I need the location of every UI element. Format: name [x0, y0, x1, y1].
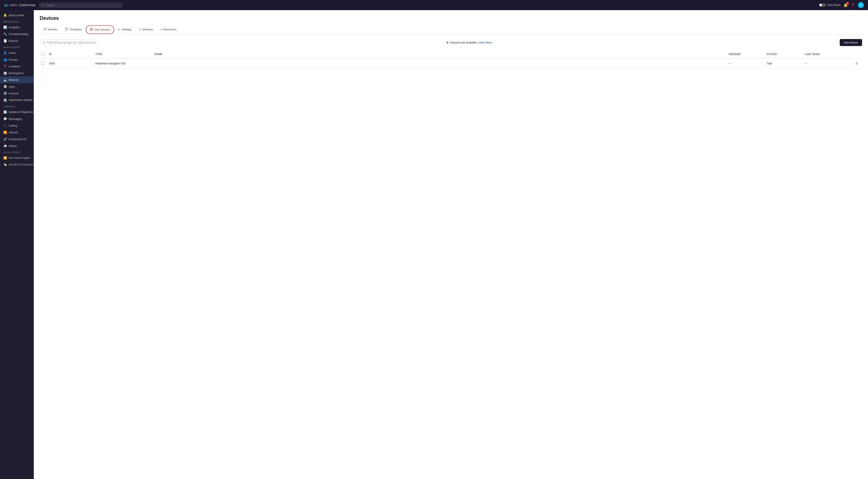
sidebar-section-services: SERVICES	[0, 103, 34, 109]
sidebar-item-label: Locations	[9, 65, 21, 68]
theme-toggle[interactable]: Dark theme	[819, 3, 841, 7]
connected-uc-icon: 🔗	[3, 137, 7, 141]
dark-theme-switch[interactable]	[819, 3, 826, 7]
messaging-icon: 💬	[3, 117, 7, 121]
user-avatar[interactable]: X	[858, 2, 864, 8]
calling-icon: 📞	[3, 124, 7, 127]
row-delete-col: 🗑	[854, 61, 862, 66]
tab-templates-label: Templates	[69, 28, 82, 31]
tab-software[interactable]: ≡ Software	[135, 25, 157, 34]
svg-rect-2	[90, 28, 91, 29]
sidebar-item-analytics[interactable]: 📊 Analytics	[0, 24, 34, 31]
sidebar-item-troubleshooting[interactable]: 🔧 Troubleshooting	[0, 31, 34, 37]
header-status: Status	[765, 52, 803, 57]
app-name: webex	[9, 3, 18, 7]
tab-resources[interactable]: ≡ Resources	[157, 25, 180, 34]
troubleshooting-icon: 🔧	[3, 32, 7, 36]
sidebar-item-label: Troubleshooting	[9, 32, 28, 36]
svg-rect-1	[44, 28, 46, 30]
row-checkbox[interactable]	[41, 62, 44, 65]
sidebar-item-hybrid[interactable]: ☁️ Hybrid	[0, 142, 34, 149]
sidebar-item-label: Reports	[9, 39, 19, 42]
header-last-seen: Last seen	[803, 52, 854, 57]
sidebar-section-monitoring: MONITORING	[0, 19, 34, 24]
svg-rect-5	[92, 30, 92, 30]
sidebar-item-vidcast[interactable]: ▶️ Vidcast	[0, 129, 34, 136]
tab-resources-label: Resources	[163, 28, 177, 31]
workspaces-icon: 🏢	[3, 71, 7, 75]
search-icon	[43, 41, 45, 44]
sidebar-item-calling[interactable]: 📞 Calling	[0, 122, 34, 129]
table-row[interactable]: KIR1 RealWear Navigator 520 -- Trial -- …	[40, 59, 862, 68]
sidebar-item-label: Calling	[9, 124, 17, 127]
sidebar-item-label: Users	[9, 51, 16, 55]
sidebar-item-label: Apps	[9, 85, 15, 88]
header-id: ID	[47, 52, 94, 57]
sidebar-item-connected-uc[interactable]: 🔗 Connected UC	[0, 136, 34, 142]
sidebar-item-edit-feature-toggles[interactable]: 🔀 Edit Feature Toggles	[0, 155, 34, 161]
sidebar-item-label: Groups	[9, 58, 18, 61]
header-type: Type	[94, 52, 153, 57]
add-device-button[interactable]: Add Device	[840, 39, 862, 46]
licence-count: 4	[447, 41, 448, 44]
account-icon: ⚙️	[3, 92, 7, 95]
sidebar-item-locations[interactable]: 📍 Locations	[0, 63, 34, 70]
templates-tab-icon	[65, 28, 68, 31]
sidebar-item-updates-migrations[interactable]: 🔄 Updates & Migrations	[0, 109, 34, 116]
table-header: ID Type Name Version Status Last seen	[40, 50, 862, 59]
sidebar-item-apps[interactable]: 🔲 Apps	[0, 83, 34, 90]
row-id: KIR1	[47, 61, 94, 66]
search-input[interactable]	[46, 4, 120, 7]
search-icon	[41, 4, 44, 6]
sidebar-item-users[interactable]: 👤 Users	[0, 50, 34, 56]
tab-software-label: Software	[142, 28, 153, 31]
device-search-input[interactable]	[47, 41, 96, 44]
top-nav-right: Dark theme 🔔 1 ❓ X	[819, 2, 864, 8]
sidebar-item-label: Hybrid	[9, 144, 17, 148]
header-checkbox-col	[40, 52, 47, 57]
sidebar-item-account[interactable]: ⚙️ Account	[0, 90, 34, 97]
tab-devices[interactable]: Devices	[40, 25, 61, 34]
apps-icon: 🔲	[3, 85, 7, 88]
updates-icon: 🔄	[3, 110, 7, 114]
sidebar-section-management: MANAGEMENT	[0, 44, 34, 50]
tab-settings-label: Settings	[122, 28, 131, 31]
tab-settings[interactable]: ✂ Settings	[114, 25, 135, 34]
logo: w webex Control Hub	[4, 3, 35, 8]
search-bar[interactable]	[39, 2, 123, 8]
product-name: Control Hub	[20, 3, 35, 7]
sidebar-item-label: Edit Feature Toggles	[9, 157, 30, 159]
sidebar-item-xod-org[interactable]: 🏷️ XoD-INT-US-Trial-Test-Org	[0, 161, 34, 168]
sidebar-item-label: Alerts centre	[9, 14, 24, 17]
device-search-box[interactable]	[40, 39, 99, 45]
sidebar-item-messaging[interactable]: 💬 Messaging	[0, 116, 34, 122]
tab-xod-devices[interactable]: XOD devices	[86, 25, 115, 34]
main-content: Devices Devices Templates XOD devices	[34, 10, 868, 479]
org-settings-icon: 🏛️	[3, 98, 7, 102]
settings-tab-icon: ✂	[118, 28, 120, 31]
toolbar-row: 4 Licences are available Learn More Add …	[40, 39, 862, 46]
svg-rect-4	[90, 30, 91, 30]
row-name	[153, 62, 727, 64]
sidebar-item-groups[interactable]: 👥 Groups	[0, 56, 34, 63]
tab-devices-label: Devices	[48, 28, 57, 31]
select-all-checkbox[interactable]	[41, 53, 44, 56]
notifications-icon[interactable]: 🔔 1	[843, 3, 848, 7]
page-title: Devices	[40, 15, 862, 21]
delete-icon[interactable]: 🗑	[855, 62, 858, 65]
row-last-seen: --	[803, 61, 854, 66]
sidebar-item-reports[interactable]: 📄 Reports	[0, 37, 34, 44]
users-icon: 👤	[3, 51, 7, 55]
devices-table: ID Type Name Version Status Last seen KI…	[40, 50, 862, 68]
sidebar-item-org-settings[interactable]: 🏛️ Organisation settings	[0, 97, 34, 103]
tab-templates[interactable]: Templates	[61, 25, 86, 34]
help-icon[interactable]: ❓	[851, 3, 855, 7]
sidebar-item-workspaces[interactable]: 🏢 Workspaces	[0, 70, 34, 76]
theme-label: Dark theme	[828, 4, 841, 6]
row-checkbox-col	[40, 61, 47, 66]
sidebar-item-alerts-centre[interactable]: 🔔 Alerts centre	[0, 12, 34, 19]
row-type: RealWear Navigator 520	[94, 61, 153, 66]
learn-more-link[interactable]: Learn More	[478, 41, 492, 44]
sidebar-item-label: Devices	[9, 78, 19, 82]
sidebar-item-devices[interactable]: 💻 Devices	[0, 76, 34, 83]
